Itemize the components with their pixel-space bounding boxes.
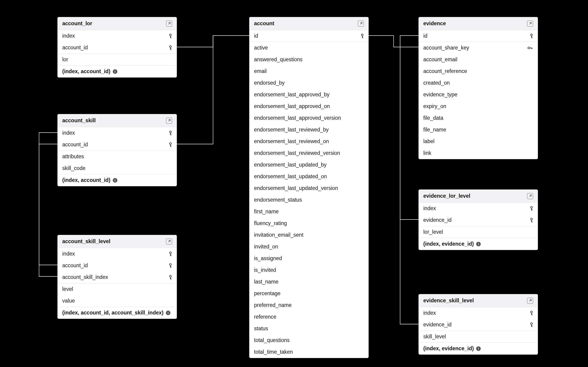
column-row: attributes [58, 151, 177, 162]
svg-point-0 [170, 34, 171, 36]
column-name: label [423, 138, 435, 144]
column-name: endorsement_last_updated_version [254, 185, 338, 191]
column-name: total_questions [254, 337, 290, 343]
table-title: evidence [423, 20, 446, 27]
composite-key: (index, evidence_id)i [419, 238, 538, 250]
column-row: endorsement_last_reviewed_version [250, 147, 368, 159]
column-row: endorsement_last_approved_on [250, 100, 368, 112]
column-name: invited_on [254, 244, 278, 250]
column-row: endorsement_last_updated_by [250, 159, 368, 171]
open-external-icon[interactable] [166, 239, 172, 244]
column-name: endorsement_last_reviewed_on [254, 138, 329, 144]
column-row: account_id [58, 42, 177, 54]
composite-key-text: (index, account_id) [62, 68, 111, 75]
column-name: fluency_rating [254, 220, 287, 226]
relationship-line [177, 35, 249, 47]
primary-key-icon [530, 218, 533, 223]
svg-point-7 [361, 34, 363, 36]
column-name: evidence_type [423, 92, 457, 98]
column-name: account_id [62, 44, 88, 51]
column-name: account_email [423, 56, 457, 63]
column-row: label [419, 135, 538, 147]
column-row: total_time_taken [250, 346, 368, 358]
column-name: last_name [254, 279, 278, 285]
table-account_skill: account_skillindexaccount_idattributessk… [57, 114, 177, 186]
open-external-icon[interactable] [358, 21, 364, 27]
column-name: lor_level [423, 229, 443, 235]
column-name: skill_level [423, 334, 446, 340]
column-row: status [250, 323, 368, 334]
column-name: endorsed_by [254, 80, 285, 86]
column-row: endorsement_last_updated_version [250, 182, 368, 194]
composite-key-text: (index, evidence_id) [423, 345, 474, 352]
primary-key-icon [169, 34, 172, 38]
column-name: total_time_taken [254, 349, 293, 355]
relationship-line [369, 35, 418, 47]
column-row: index [58, 248, 177, 260]
column-row: created_on [419, 77, 538, 89]
composite-key-text: (index, account_id) [62, 177, 111, 183]
open-external-icon[interactable] [166, 21, 172, 27]
column-row: endorsement_last_approved_version [250, 112, 368, 124]
column-name: expiry_on [423, 103, 446, 109]
column-name: account_id [62, 142, 88, 148]
column-row: fluency_rating [250, 217, 368, 229]
relationship-line [400, 35, 418, 324]
column-name: reference [254, 314, 276, 320]
primary-key-icon [169, 131, 172, 135]
composite-key: (index, account_id, account_skill_index)… [58, 307, 177, 319]
table-title: account_skill [62, 117, 96, 124]
column-row: skill_level [419, 331, 538, 342]
table-header: evidence_skill_level [419, 294, 538, 307]
column-row: invitation_email_sent [250, 229, 368, 241]
table-evidence_lor_level: evidence_lor_levelindexevidence_idlor_le… [418, 190, 538, 250]
table-header: account_lor [58, 17, 177, 30]
column-row: evidence_id [419, 319, 538, 331]
column-name: endorsement_last_reviewed_version [254, 150, 340, 156]
table-account_skill_level: account_skill_levelindexaccount_idaccoun… [57, 235, 177, 319]
primary-key-icon [530, 34, 533, 38]
column-row: skill_code [58, 162, 177, 174]
open-external-icon[interactable] [527, 298, 533, 304]
primary-key-icon [530, 323, 533, 327]
column-row: lor_level [419, 226, 538, 238]
foreign-key-icon [527, 46, 533, 50]
column-name: status [254, 325, 268, 332]
primary-key-icon [530, 206, 533, 211]
column-name: evidence_id [423, 322, 451, 328]
column-row: account_email [419, 54, 538, 65]
svg-point-12 [531, 311, 532, 313]
column-name: skill_code [62, 165, 86, 171]
table-header: account_skill [58, 114, 177, 127]
primary-key-icon [169, 275, 172, 280]
column-row: index [58, 127, 177, 139]
table-header: account_skill_level [58, 235, 177, 248]
column-row: total_questions [250, 334, 368, 346]
column-row: endorsement_last_reviewed_on [250, 135, 368, 147]
column-row: evidence_type [419, 89, 538, 100]
relationship-line [39, 144, 57, 265]
column-row: endorsement_last_approved_by [250, 89, 368, 100]
column-row: lor [58, 54, 177, 65]
column-name: endorsement_last_approved_version [254, 115, 341, 121]
column-name: is_invited [254, 267, 276, 273]
column-row: account_id [58, 139, 177, 151]
column-name: created_on [423, 80, 450, 86]
table-title: account [254, 20, 274, 27]
table-header: evidence_lor_level [419, 190, 538, 202]
column-row: level [58, 283, 177, 295]
open-external-icon[interactable] [527, 21, 533, 27]
svg-point-11 [531, 218, 532, 220]
column-row: answered_questions [250, 54, 368, 65]
svg-point-2 [170, 131, 171, 133]
open-external-icon[interactable] [527, 193, 533, 199]
column-name: index [62, 33, 75, 39]
column-row: first_name [250, 206, 368, 217]
open-external-icon[interactable] [166, 118, 172, 124]
primary-key-icon [169, 142, 172, 147]
column-name: endorsement_last_updated_by [254, 162, 327, 168]
column-name: is_assigned [254, 255, 282, 261]
column-name: endorsement_last_approved_on [254, 103, 330, 109]
column-name: id [423, 33, 427, 39]
table-evidence: evidenceidaccount_share_keyaccount_email… [418, 17, 538, 159]
